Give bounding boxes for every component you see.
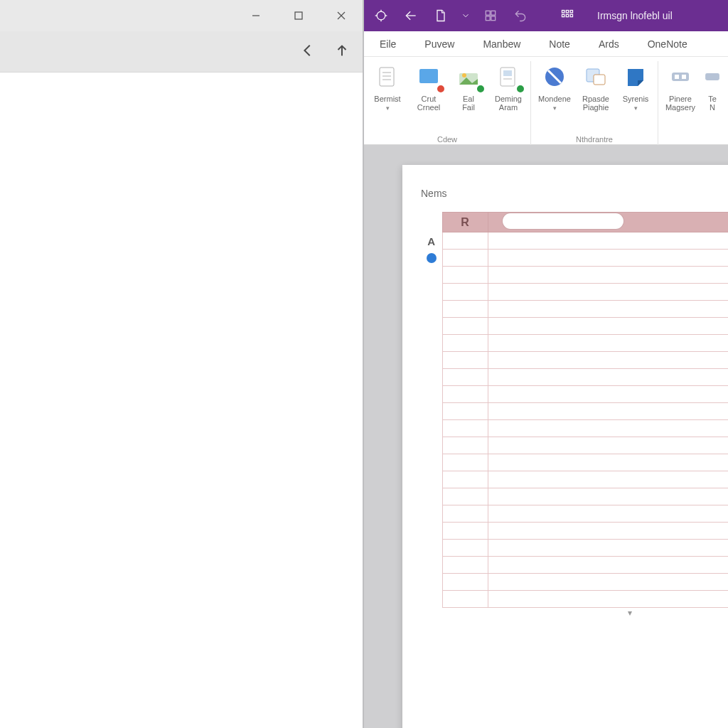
left-window <box>0 0 364 728</box>
cmd-deming[interactable]: Deming Aram <box>491 61 526 112</box>
app-titlebar: Irmsgn lnofebl uil <box>364 0 728 31</box>
row-marker: A <box>421 235 442 247</box>
menu-file[interactable]: Eile <box>380 38 396 50</box>
ribbon: Bermist▾ Crut Crneel Eal Fail Deming Ara… <box>364 57 728 145</box>
menu-onenote[interactable]: OneNote <box>648 38 687 50</box>
maximize-button[interactable] <box>277 0 320 31</box>
svg-rect-20 <box>570 14 572 16</box>
table-row[interactable] <box>421 574 728 591</box>
table-row[interactable] <box>421 540 728 557</box>
table-row[interactable] <box>421 318 728 335</box>
cmd-eal[interactable]: Eal Fail <box>451 61 486 112</box>
table-row[interactable] <box>421 335 728 352</box>
cmd-eal-label: Eal Fail <box>462 95 475 112</box>
cmd-syrenis[interactable]: Syrenis▾ <box>618 61 653 112</box>
header-col-a[interactable]: R <box>442 213 488 232</box>
svg-rect-18 <box>562 14 564 16</box>
cmd-mondene[interactable]: Mondene▾ <box>535 61 574 112</box>
table-row[interactable] <box>421 352 728 369</box>
menu-note[interactable]: Note <box>549 38 570 50</box>
table-row[interactable] <box>421 250 728 267</box>
new-page-icon[interactable] <box>431 6 451 26</box>
table-row[interactable] <box>421 557 728 574</box>
menu-member[interactable]: Manbew <box>483 38 520 50</box>
menu-view[interactable]: Puvew <box>424 38 454 50</box>
svg-rect-15 <box>562 11 564 13</box>
content-table[interactable]: R A <box>421 212 728 608</box>
table-row[interactable] <box>421 437 728 454</box>
dropdown-caret-icon[interactable] <box>461 6 471 26</box>
cmd-pinere[interactable]: Pinere Magsery <box>663 61 698 112</box>
document-canvas[interactable]: Nems R A ▾ <box>364 145 728 728</box>
svg-point-5 <box>377 11 385 20</box>
cmd-bermist-label: Bermist <box>374 95 400 103</box>
group-caption-cdew: Cdew <box>364 135 530 144</box>
chevron-down-icon: ▾ <box>553 105 557 112</box>
svg-point-27 <box>462 73 466 77</box>
grid-view-icon[interactable] <box>481 6 500 26</box>
svg-rect-21 <box>380 68 394 86</box>
table-row[interactable] <box>421 454 728 471</box>
svg-rect-36 <box>675 75 679 79</box>
svg-rect-17 <box>570 11 572 13</box>
left-content-area <box>0 73 363 728</box>
svg-rect-1 <box>295 12 302 19</box>
table-row[interactable] <box>421 386 728 403</box>
table-row[interactable] <box>421 267 728 284</box>
sync-icon[interactable] <box>371 6 391 26</box>
cmd-bermist[interactable]: Bermist▾ <box>368 61 407 112</box>
page[interactable]: Nems R A ▾ <box>402 165 728 728</box>
cmd-pinere-label: Pinere Magsery <box>665 95 695 112</box>
cmd-rpasde-label: Rpasde Piaghie <box>582 95 609 112</box>
table-row[interactable] <box>421 471 728 488</box>
table-row[interactable] <box>421 420 728 437</box>
row-gutter: A <box>421 232 442 608</box>
svg-rect-19 <box>566 14 568 16</box>
back-arrow-icon[interactable] <box>401 6 421 26</box>
onenote-window: Irmsgn lnofebl uil Eile Puvew Manbew Not… <box>364 0 728 728</box>
svg-rect-11 <box>486 11 490 15</box>
table-row[interactable] <box>421 505 728 523</box>
menu-ards[interactable]: Ards <box>599 38 619 50</box>
search-pill[interactable] <box>503 213 623 229</box>
svg-rect-14 <box>491 16 496 21</box>
table-row[interactable] <box>421 591 728 608</box>
menu-bar: Eile Puvew Manbew Note Ards OneNote <box>364 31 728 57</box>
undo-icon[interactable] <box>510 6 530 26</box>
ribbon-group-cdew: Bermist▾ Crut Crneel Eal Fail Deming Ara… <box>364 61 531 145</box>
expand-caret-icon[interactable]: ▾ <box>421 608 728 622</box>
page-title[interactable]: Nems <box>421 188 728 199</box>
table-row[interactable] <box>421 301 728 318</box>
cmd-te[interactable]: Te N <box>702 61 722 112</box>
cmd-te-label: Te N <box>708 95 717 112</box>
info-dot-icon[interactable] <box>427 253 437 263</box>
cmd-rpasde[interactable]: Rpasde Piaghie <box>578 61 614 112</box>
svg-rect-38 <box>705 73 719 80</box>
svg-rect-13 <box>486 16 490 21</box>
table-row[interactable]: A <box>421 232 728 250</box>
minimize-button[interactable] <box>235 0 277 31</box>
table-row[interactable] <box>421 284 728 301</box>
svg-rect-28 <box>500 68 515 86</box>
table-row[interactable] <box>421 403 728 420</box>
cmd-crut[interactable]: Crut Crneel <box>411 61 446 112</box>
cmd-syrenis-label: Syrenis <box>623 95 649 103</box>
table-row[interactable] <box>421 369 728 386</box>
svg-rect-37 <box>682 75 686 79</box>
left-toolbar <box>0 31 363 73</box>
header-col-b[interactable] <box>488 213 728 232</box>
svg-rect-34 <box>594 75 605 85</box>
app-title: Irmsgn lnofebl uil <box>597 10 673 21</box>
svg-rect-12 <box>491 11 496 15</box>
svg-rect-25 <box>419 69 438 83</box>
table-row[interactable] <box>421 523 728 540</box>
app-grid-icon[interactable] <box>557 6 577 26</box>
table-row[interactable] <box>421 488 728 505</box>
ribbon-group-nthdrantre: Mondene▾ Rpasde Piaghie Syrenis▾ Nthdran… <box>531 61 658 145</box>
close-button[interactable] <box>320 0 363 31</box>
upload-icon[interactable] <box>334 43 350 60</box>
svg-rect-16 <box>566 11 568 13</box>
ribbon-group-3: Pinere Magsery Te N <box>658 61 727 145</box>
svg-rect-29 <box>503 70 512 76</box>
back-icon[interactable] <box>300 43 316 60</box>
